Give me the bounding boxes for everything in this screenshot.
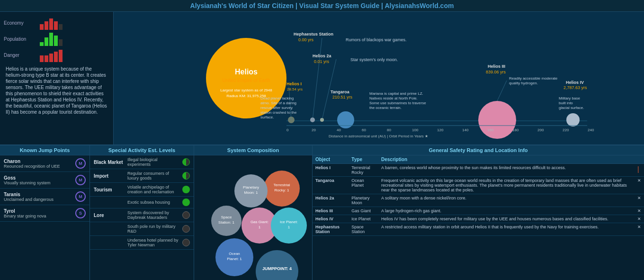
bottom-section: Known Jump Points Charon Reounced recogn… bbox=[0, 145, 644, 280]
helios2a-danger: ✕ bbox=[635, 194, 644, 207]
charon-desc: Reounced recognition of UEE bbox=[4, 164, 72, 169]
heliosiv-danger: ✕ bbox=[635, 215, 644, 223]
helios2a-desc: Star system's only moon. bbox=[350, 57, 398, 62]
terrestrial-label1: Terrestrial bbox=[273, 183, 290, 187]
heliosi-desc3: rescue after survey bbox=[260, 106, 293, 110]
jumppoint-circle bbox=[256, 250, 298, 280]
lore-icon bbox=[182, 211, 190, 219]
hephaestus-label: Hephaestus Station bbox=[294, 32, 333, 36]
axis-60: 60 bbox=[362, 128, 366, 132]
left-info-panel: Economy Population Danger bbox=[0, 12, 114, 145]
axis-20: 20 bbox=[312, 128, 316, 132]
heliosiii-dist: 839.06 yrs bbox=[486, 70, 506, 74]
danger-row: Danger bbox=[4, 48, 109, 62]
bar bbox=[59, 24, 63, 30]
heliosi-name: Helios I bbox=[313, 164, 349, 177]
import-icon bbox=[182, 172, 190, 180]
axis-120: 120 bbox=[437, 128, 444, 132]
heliosiii-name: Helios III bbox=[313, 207, 349, 215]
economy-chart bbox=[40, 16, 63, 30]
goss-badge: M bbox=[75, 175, 86, 185]
bar bbox=[59, 39, 63, 46]
tangaroa-desc2: Natives reside at North Pole. bbox=[369, 96, 418, 100]
heliosiii-label: Helios III bbox=[488, 64, 505, 69]
planetary-moon-label2: Moon: 1 bbox=[244, 190, 258, 195]
tangaroa-dist: 210.51 yrs bbox=[332, 95, 353, 99]
activity-lore: Lore System discovered by Daybreak Maura… bbox=[90, 208, 194, 222]
blackmarket-desc: Illegal biological experiments bbox=[127, 157, 179, 167]
system-comp-svg: Terrestrial Rocky: 1 Planetary Moon: 1 S… bbox=[194, 155, 313, 280]
jumppoint-label1: JUMPPOINT: 4 bbox=[262, 266, 292, 271]
blackmarket-icon bbox=[182, 158, 190, 166]
helios2a-safety-desc: A solitary moon with a dense nickel/iron… bbox=[378, 194, 635, 207]
taranis-name: Taranis bbox=[4, 192, 72, 197]
exotic-desc: Exotic subsea housing bbox=[127, 200, 179, 205]
table-row: Helios III Gas Giant A large hydrogen-ri… bbox=[313, 207, 644, 215]
bar bbox=[45, 21, 48, 30]
heliosi-type: Terrestrial Rocky bbox=[349, 164, 378, 177]
tangaroa-label: Tangaroa bbox=[331, 90, 350, 94]
bar bbox=[45, 55, 48, 62]
star-divider bbox=[208, 86, 284, 86]
charon-name: Charon bbox=[4, 159, 72, 164]
header-title: Alysianah's World of Star Citizen | Visu… bbox=[190, 2, 454, 9]
heliosiii-safety-desc: A large hydrogen-rich gas giant. bbox=[378, 207, 635, 215]
axis-180: 180 bbox=[512, 128, 519, 132]
axis-200: 200 bbox=[537, 128, 544, 132]
economy-label: Economy bbox=[4, 20, 37, 26]
import-label: Import bbox=[94, 173, 125, 179]
solar-system-panel: Helios United Empire of Earth Largest st… bbox=[114, 12, 644, 145]
taranis-desc: Unclaimed and dangerous bbox=[4, 197, 72, 202]
heliosiii-dot bbox=[478, 101, 516, 139]
heliosiv-name: Helios IV bbox=[313, 215, 349, 223]
heliosiv-label: Helios IV bbox=[566, 80, 584, 85]
bar bbox=[54, 36, 58, 46]
activity-exotic: Exotic subsea housing bbox=[90, 197, 194, 208]
heliosi-desc4: station crashed to the bbox=[260, 110, 297, 115]
col-desc: Description bbox=[378, 155, 635, 164]
col-danger bbox=[635, 155, 644, 164]
table-row: Helios IV Ice Planet Helios IV has been … bbox=[313, 215, 644, 223]
star-note1: Largest star system as of 2948 bbox=[220, 88, 272, 92]
activity-southpole: South pole run by military R&D bbox=[90, 222, 194, 236]
bar bbox=[40, 55, 44, 62]
heliosiv-dot bbox=[566, 113, 580, 126]
blackmarket-label: Black Market bbox=[94, 160, 125, 165]
tourism-icon bbox=[182, 186, 190, 193]
jump-points-header: Known Jump Points bbox=[0, 145, 89, 155]
import-desc: Regular consumers of luxury goods bbox=[127, 171, 179, 181]
heliosiv-desc2: built into bbox=[559, 101, 573, 105]
table-row: Hephaestus Station Space Station A restr… bbox=[313, 223, 644, 236]
jump-item-taranis: Taranis Unclaimed and dangerous M bbox=[0, 189, 89, 205]
helios2a-type: Planetary Moon bbox=[349, 194, 378, 207]
terrestrial-label2: Rocky: 1 bbox=[274, 188, 289, 192]
activity-blackmarket: Black Market Illegal biological experime… bbox=[90, 155, 194, 169]
lore-desc: System discovered by Daybreak Mauraders bbox=[127, 210, 179, 220]
axis-160: 160 bbox=[487, 128, 494, 132]
space-station-label1: Space bbox=[221, 215, 232, 219]
gas-giant-label1: Gas Giant: bbox=[250, 220, 268, 224]
bar bbox=[59, 50, 63, 62]
southpole-icon bbox=[182, 225, 190, 233]
tangaroa-dot bbox=[337, 111, 354, 128]
special-activity-header: Special Activity Est. Levels bbox=[90, 145, 194, 155]
system-description: Helios is a unique system because of the… bbox=[4, 64, 109, 117]
axis-note: Distance in astronomical unit (AU) | Orb… bbox=[329, 134, 428, 138]
tangaroa-name: Tangaroa bbox=[313, 177, 349, 194]
gas-giant-label2: 1 bbox=[259, 225, 261, 229]
axis-240: 240 bbox=[588, 128, 594, 132]
axis-220: 220 bbox=[563, 128, 569, 132]
population-chart bbox=[40, 32, 63, 46]
population-row: Population bbox=[4, 32, 109, 46]
bar bbox=[49, 33, 53, 46]
southpole-desc: South pole run by military R&D bbox=[127, 224, 179, 234]
heliosi-safety-desc: A barren, coreless world whose proximity… bbox=[378, 164, 635, 177]
charon-badge: M bbox=[75, 158, 86, 169]
taranis-badge: M bbox=[75, 191, 86, 202]
planetary-moon-label1: Planetary bbox=[243, 185, 259, 190]
heliosiv-type: Ice Planet bbox=[349, 215, 378, 223]
system-comp-svg-area: Terrestrial Rocky: 1 Planetary Moon: 1 S… bbox=[194, 155, 312, 280]
tyrol-name: Tyrol bbox=[4, 208, 72, 214]
population-label: Population bbox=[4, 36, 37, 42]
tyrol-badge: S bbox=[75, 208, 86, 218]
